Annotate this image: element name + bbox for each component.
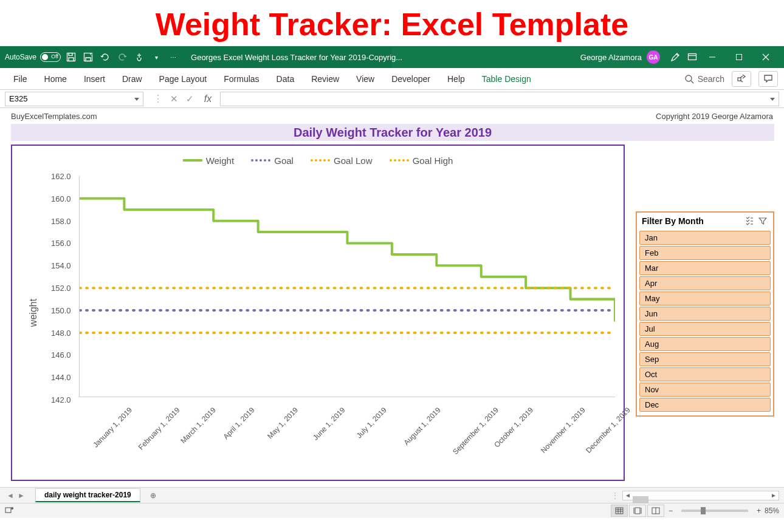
tab-data[interactable]: Data [269,70,302,87]
formula-controls: ⋮ ✕ ✓ fx [148,93,220,104]
scroll-right-icon[interactable]: ► [769,492,779,499]
x-tick: May 1, 2019 [266,406,300,440]
slicer-item-may[interactable]: May [639,292,771,305]
x-tick: December 1, 2019 [584,406,632,455]
save-with-badge-icon[interactable] [81,50,95,64]
svg-rect-21 [616,508,623,514]
tab-help[interactable]: Help [440,70,472,87]
y-tick: 150.0 [51,305,71,315]
svg-rect-26 [635,508,640,514]
touch-mode-icon[interactable] [132,50,146,64]
svg-line-11 [691,81,693,83]
slicer-item-jun[interactable]: Jun [639,307,771,321]
tab-insert[interactable]: Insert [77,70,112,87]
slicer-item-feb[interactable]: Feb [639,246,771,260]
x-tick: September 1, 2019 [451,406,500,456]
tab-draw[interactable]: Draw [115,70,150,87]
y-tick: 148.0 [51,328,71,337]
autosave-label: AutoSave [5,53,36,61]
tab-file[interactable]: File [6,70,35,87]
account-button[interactable]: George Alzamora GA [580,50,660,64]
tab-review[interactable]: Review [304,70,346,87]
x-tick: April 1, 2019 [222,406,256,441]
tab-page-layout[interactable]: Page Layout [152,70,215,87]
search-icon [684,74,694,84]
site-label: BuyExcelTemplates.com [11,112,97,121]
switch-off-icon[interactable]: Off [40,52,61,62]
legend-swatch-goal-low [311,159,330,162]
accept-formula-icon[interactable]: ✓ [184,94,196,104]
slicer-item-aug[interactable]: Aug [639,337,771,351]
tab-formulas[interactable]: Formulas [216,70,266,87]
maximize-button[interactable] [726,46,752,68]
x-tick: July 1, 2019 [355,406,388,440]
record-macro-icon[interactable] [5,506,17,516]
x-tick: January 1, 2019 [91,406,134,449]
formula-input[interactable] [220,92,779,106]
share-button[interactable] [732,71,751,87]
close-button[interactable] [752,46,779,68]
save-icon[interactable] [64,50,78,64]
svg-rect-2 [69,58,74,61]
x-tick: June 1, 2019 [311,406,346,442]
x-tick: August 1, 2019 [402,406,442,447]
clear-filter-icon[interactable] [757,216,768,226]
zoom-out-button[interactable]: − [669,506,673,515]
slicer-item-jan[interactable]: Jan [639,231,771,245]
redo-icon[interactable] [115,50,129,64]
tab-scroll-left-icon[interactable]: ◄ [5,491,16,500]
draw-mode-icon[interactable] [669,50,682,64]
slicer-item-mar[interactable]: Mar [639,261,771,275]
qat-overflow-icon[interactable]: ⋯ [167,50,180,64]
zoom-value[interactable]: 85% [765,506,779,515]
y-tick: 142.0 [51,395,71,404]
svg-rect-1 [69,53,72,56]
document-title: Georges Excel Weight Loss Tracker for Ye… [191,53,402,62]
sheet-tab-active[interactable]: daily weight tracker-2019 [35,488,140,502]
view-normal-button[interactable] [611,505,628,517]
ribbon-display-icon[interactable] [686,50,699,64]
slicer-item-jul[interactable]: Jul [639,322,771,336]
tab-home[interactable]: Home [37,70,74,87]
slicer-item-apr[interactable]: Apr [639,276,771,290]
window-titlebar: AutoSave Off ▾ ⋯ Georges Excel Weight Lo… [0,46,784,68]
tab-view[interactable]: View [349,70,382,87]
zoom-slider[interactable] [681,510,748,512]
comments-button[interactable] [758,71,778,87]
page-banner: Weight Tracker: Excel Template [0,0,784,46]
slicer-item-oct[interactable]: Oct [639,367,771,381]
formula-bar: E325 ⋮ ✕ ✓ fx [0,90,784,108]
copyright-label: Copyright 2019 George Alzamora [656,112,773,121]
horizontal-scrollbar[interactable]: ◄ ► [622,491,779,500]
tab-table-design[interactable]: Table Design [475,70,538,87]
y-tick: 156.0 [51,239,71,248]
slicer-item-sep[interactable]: Sep [639,352,771,366]
zoom-in-button[interactable]: + [757,506,761,515]
chart-plot-area [79,176,615,397]
x-tick: February 1, 2019 [137,406,182,451]
legend-swatch-weight [183,159,202,162]
qat-dropdown-icon[interactable]: ▾ [150,50,163,64]
chart-container[interactable]: Weight Goal Goal Low Goal High weight 14… [11,145,625,481]
name-box[interactable]: E325 [5,92,143,106]
slicer-item-dec[interactable]: Dec [639,398,771,412]
fx-icon[interactable]: fx [202,94,214,104]
new-sheet-button[interactable]: ⊕ [146,489,160,502]
view-page-layout-button[interactable] [629,505,646,517]
svg-rect-5 [689,54,696,60]
search-box[interactable]: Search [684,74,724,84]
chart-svg [80,176,615,400]
undo-icon[interactable] [98,50,112,64]
view-page-break-button[interactable] [647,505,664,517]
svg-rect-19 [5,508,11,513]
y-tick: 152.0 [51,284,71,293]
scroll-left-icon[interactable]: ◄ [623,492,633,499]
multi-select-icon[interactable] [744,216,755,226]
tab-scroll-right-icon[interactable]: ► [16,491,27,500]
cancel-formula-icon[interactable]: ✕ [168,94,180,104]
chart-title: Daily Weight Tracker for Year 2019 [11,124,774,141]
slicer-item-nov[interactable]: Nov [639,383,771,397]
tab-developer[interactable]: Developer [384,70,438,87]
autosave-toggle[interactable]: AutoSave Off [5,52,61,62]
minimize-button[interactable] [699,46,726,68]
